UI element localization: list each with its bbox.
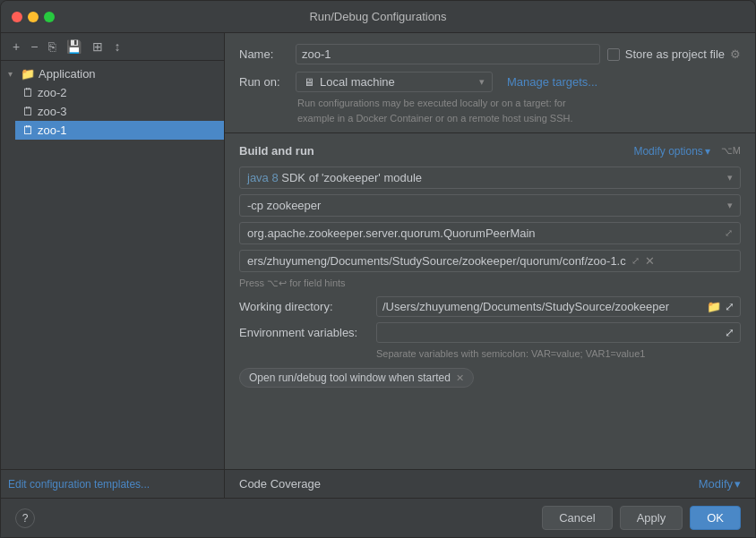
working-dir-expand-icon[interactable]: ⤢ xyxy=(725,300,735,313)
working-dir-icons: 📁 ⤢ xyxy=(707,300,735,313)
tree-item-zoo2[interactable]: 🗒 zoo-2 xyxy=(15,83,224,102)
main-class-field[interactable]: org.apache.zookeeper.server.quorum.Quoru… xyxy=(239,222,741,244)
sidebar-footer: Edit configuration templates... xyxy=(1,469,224,498)
zoo1-icon: 🗒 xyxy=(22,124,34,137)
store-project-container: Store as project file ⚙ xyxy=(607,47,741,61)
run-hint: Run configurations may be executed local… xyxy=(297,96,741,125)
code-coverage-modify-label: Modify xyxy=(699,477,733,491)
application-folder-icon: 📁 xyxy=(21,67,35,81)
chip-close-button[interactable]: ✕ xyxy=(456,372,464,384)
run-hint-line2: example in a Docker Container or on a re… xyxy=(297,111,741,126)
store-project-label: Store as project file xyxy=(625,47,725,61)
runon-label: Run on: xyxy=(239,75,288,89)
env-vars-icons: ⤢ xyxy=(725,326,735,339)
sdk-dropdown[interactable]: java 8 SDK of 'zookeeper' module ▾ xyxy=(239,167,741,189)
close-button[interactable] xyxy=(12,12,22,22)
move-config-button[interactable]: ⊞ xyxy=(88,37,107,56)
copy-config-button[interactable]: ⎘ xyxy=(44,37,60,56)
tree-area: ▾ 📁 Application 🗒 zoo-2 🗒 zoo-3 🗒 zoo-1 xyxy=(1,61,224,469)
sdk-label-rest: SDK of 'zookeeper' module xyxy=(279,171,422,184)
env-hint: Separate variables with semicolon: VAR=v… xyxy=(376,348,741,359)
tree-item-label: zoo-3 xyxy=(38,105,67,118)
env-vars-label: Environment variables: xyxy=(239,326,369,339)
runon-dropdown-arrow: ▾ xyxy=(479,76,485,88)
classpath-label: -cp zookeeper xyxy=(247,199,321,212)
working-dir-input[interactable]: /Users/zhuyumeng/Documents/StudySource/z… xyxy=(376,296,741,317)
classpath-dropdown[interactable]: -cp zookeeper ▾ xyxy=(239,194,741,217)
runon-value: Local machine xyxy=(320,75,395,89)
edit-templates-link[interactable]: Edit configuration templates... xyxy=(8,478,150,491)
code-coverage-bar: Code Coverage Modify ▾ xyxy=(225,469,755,498)
program-args-expand-icon[interactable]: ⤢ xyxy=(631,255,640,267)
run-hint-line1: Run configurations may be executed local… xyxy=(297,96,741,111)
name-input[interactable] xyxy=(296,44,600,64)
run-debug-dialog: Run/Debug Configurations + − ⎘ 💾 ⊞ ↕ ▾ 📁… xyxy=(0,0,756,538)
env-vars-row: Environment variables: ⤢ xyxy=(239,322,741,343)
code-coverage-chevron: ▾ xyxy=(735,477,741,491)
sidebar: + − ⎘ 💾 ⊞ ↕ ▾ 📁 Application 🗒 zoo-2 xyxy=(1,33,225,498)
code-coverage-label: Code Coverage xyxy=(239,477,321,491)
tree-group-label: Application xyxy=(39,67,96,81)
working-dir-label: Working directory: xyxy=(239,300,369,313)
modify-options-label: Modify options xyxy=(633,145,702,158)
field-hint: Press ⌥↩ for field hints xyxy=(239,278,741,289)
tree-item-label: zoo-1 xyxy=(38,124,67,137)
traffic-lights xyxy=(12,12,55,22)
build-run-title: Build and run xyxy=(239,144,314,158)
env-vars-expand-icon[interactable]: ⤢ xyxy=(725,326,735,339)
sdk-dropdown-arrow: ▾ xyxy=(727,172,733,184)
name-row: Name: Store as project file ⚙ xyxy=(239,44,741,64)
maximize-button[interactable] xyxy=(44,12,55,22)
env-vars-input[interactable]: ⤢ xyxy=(376,322,741,343)
machine-icon: 🖥 xyxy=(304,76,314,89)
zoo2-icon: 🗒 xyxy=(22,86,34,99)
working-dir-value: /Users/zhuyumeng/Documents/StudySource/z… xyxy=(382,300,669,313)
ok-button[interactable]: OK xyxy=(690,506,741,530)
minimize-button[interactable] xyxy=(28,12,39,22)
build-run-section: Build and run Modify options ▾ ⌥M java 8… xyxy=(225,133,755,469)
remove-config-button[interactable]: − xyxy=(26,37,42,56)
title-bar: Run/Debug Configurations xyxy=(1,1,755,33)
dialog-footer: ? Cancel Apply OK xyxy=(1,498,755,537)
dialog-title: Run/Debug Configurations xyxy=(309,10,446,23)
sdk-highlight: java 8 xyxy=(247,171,279,184)
chips-row: Open run/debug tool window when started … xyxy=(239,368,741,388)
settings-gear-icon[interactable]: ⚙ xyxy=(730,47,741,61)
main-content: + − ⎘ 💾 ⊞ ↕ ▾ 📁 Application 🗒 zoo-2 xyxy=(1,33,755,498)
tree-item-label: zoo-2 xyxy=(38,86,67,99)
right-panel: Name: Store as project file ⚙ Run on: 🖥 … xyxy=(225,33,755,498)
tree-arrow-application: ▾ xyxy=(8,69,17,79)
tree-group-application[interactable]: ▾ 📁 Application xyxy=(1,64,224,83)
program-args-value: ers/zhuyumeng/Documents/StudySource/zook… xyxy=(247,254,626,268)
code-coverage-modify[interactable]: Modify ▾ xyxy=(699,477,741,491)
help-button[interactable]: ? xyxy=(15,508,35,528)
modify-shortcut: ⌥M xyxy=(721,145,741,157)
tree-item-zoo1[interactable]: 🗒 zoo-1 xyxy=(15,121,224,140)
apply-button[interactable]: Apply xyxy=(620,506,683,530)
modify-options-link[interactable]: Modify options ▾ xyxy=(633,145,709,158)
sort-config-button[interactable]: ↕ xyxy=(109,37,125,56)
chip-label: Open run/debug tool window when started xyxy=(249,371,451,384)
working-dir-folder-icon[interactable]: 📁 xyxy=(707,300,721,313)
program-args-field[interactable]: ers/zhuyumeng/Documents/StudySource/zook… xyxy=(239,250,741,272)
runon-row: Run on: 🖥 Local machine ▾ Manage targets… xyxy=(239,72,741,92)
name-label: Name: xyxy=(239,47,288,61)
program-args-clear-icon[interactable]: ✕ xyxy=(645,254,655,268)
zoo3-icon: 🗒 xyxy=(22,105,34,118)
main-class-value: org.apache.zookeeper.server.quorum.Quoru… xyxy=(247,226,536,240)
config-header: Name: Store as project file ⚙ Run on: 🖥 … xyxy=(225,33,755,133)
store-project-checkbox[interactable] xyxy=(607,48,620,61)
chip-open-tool-window: Open run/debug tool window when started … xyxy=(239,368,474,388)
main-class-expand-icon[interactable]: ⤢ xyxy=(725,227,733,239)
sidebar-toolbar: + − ⎘ 💾 ⊞ ↕ xyxy=(1,33,224,61)
working-dir-row: Working directory: /Users/zhuyumeng/Docu… xyxy=(239,296,741,317)
runon-select[interactable]: 🖥 Local machine ▾ xyxy=(296,72,493,92)
modify-options-chevron: ▾ xyxy=(705,145,710,158)
add-config-button[interactable]: + xyxy=(8,37,24,56)
cancel-button[interactable]: Cancel xyxy=(542,506,612,530)
save-config-button[interactable]: 💾 xyxy=(62,37,86,56)
manage-targets-link[interactable]: Manage targets... xyxy=(507,75,597,89)
tree-item-zoo3[interactable]: 🗒 zoo-3 xyxy=(15,102,224,121)
classpath-dropdown-arrow: ▾ xyxy=(727,200,733,211)
section-header: Build and run Modify options ▾ ⌥M xyxy=(239,144,741,158)
